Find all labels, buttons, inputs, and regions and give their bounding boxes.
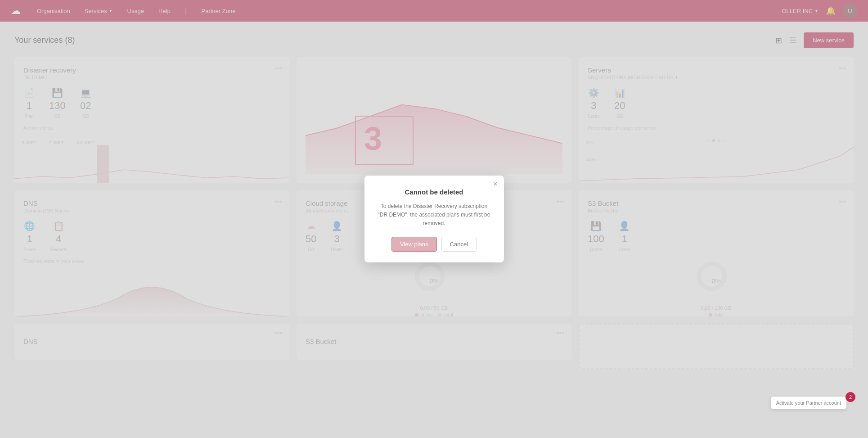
modal-actions: View plans Cancel: [377, 237, 491, 252]
modal-title: Cannot be deleted: [377, 188, 491, 196]
modal-body: To delete the Disaster Recovery subscrip…: [377, 202, 491, 228]
view-plans-button[interactable]: View plans: [391, 237, 437, 252]
cannot-be-deleted-modal: × Cannot be deleted To delete the Disast…: [364, 176, 504, 263]
modal-overlay: × Cannot be deleted To delete the Disast…: [0, 0, 868, 438]
cancel-button[interactable]: Cancel: [441, 237, 477, 252]
modal-close-button[interactable]: ×: [493, 180, 497, 188]
partner-badge[interactable]: 2: [846, 392, 855, 402]
partner-tooltip: Activate your Partner account: [771, 397, 846, 409]
